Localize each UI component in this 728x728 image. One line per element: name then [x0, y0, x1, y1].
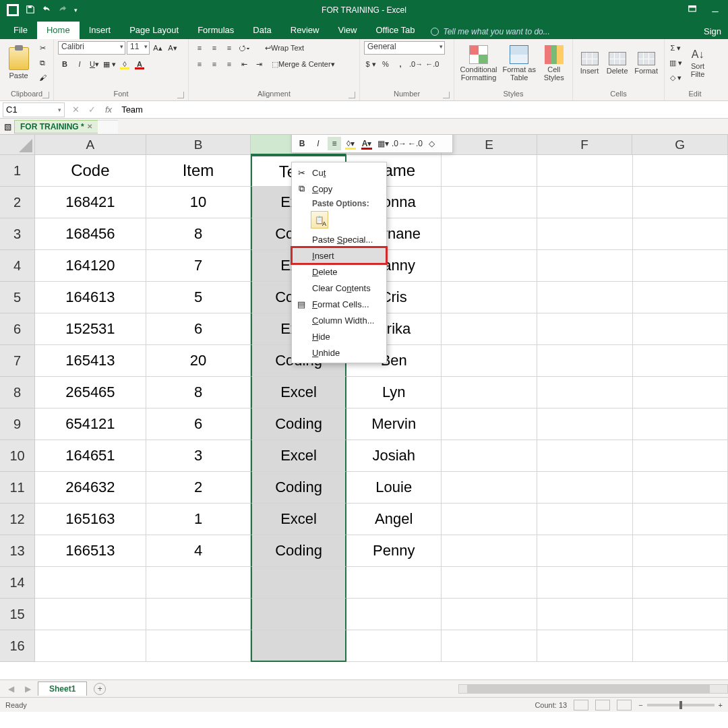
cell-B13[interactable]: 4 — [146, 535, 251, 567]
cell-C13[interactable]: Coding — [251, 535, 346, 567]
cell-G9[interactable] — [633, 408, 729, 440]
dialog-launcher-icon[interactable] — [42, 92, 49, 98]
border-button[interactable]: ▦ ▾ — [102, 57, 117, 71]
cell-E5[interactable] — [442, 282, 537, 313]
cell-E15[interactable] — [442, 599, 537, 630]
align-middle-icon[interactable]: ≡ — [208, 41, 221, 55]
cell-B10[interactable]: 3 — [146, 440, 251, 472]
ctx-hide[interactable]: Hide — [292, 328, 386, 344]
cell-A2[interactable]: 168421 — [35, 187, 146, 218]
row-header-1[interactable]: 1 — [0, 155, 35, 187]
bold-button[interactable]: B — [58, 57, 71, 71]
row-header-4[interactable]: 4 — [0, 250, 35, 282]
zoom-slider[interactable]: − + — [638, 701, 723, 709]
menu-tab-page-layout[interactable]: Page Layout — [120, 22, 188, 39]
align-center-icon[interactable]: ≡ — [208, 57, 221, 71]
cell-C10[interactable]: Excel — [251, 440, 346, 472]
cell-B1[interactable]: Item — [146, 155, 251, 187]
add-sheet-button[interactable]: + — [94, 683, 106, 695]
cell-G5[interactable] — [633, 282, 729, 313]
cell-G10[interactable] — [633, 440, 729, 472]
page-break-view-icon[interactable] — [617, 700, 632, 710]
autosum-icon[interactable]: Σ ▾ — [669, 41, 683, 55]
ctx-cut[interactable]: ✂Cut — [292, 164, 386, 181]
align-right-icon[interactable]: ≡ — [222, 57, 236, 71]
ribbon-options-icon[interactable] — [688, 5, 697, 16]
cell-G2[interactable] — [633, 187, 729, 218]
ctx-delete[interactable]: Delete — [292, 264, 386, 280]
cell-A7[interactable]: 165413 — [35, 345, 146, 377]
cell-G1[interactable] — [633, 155, 729, 187]
sheet-nav-prev-icon[interactable]: ◀ — [4, 684, 18, 694]
menu-tab-data[interactable]: Data — [243, 22, 280, 39]
cell-F11[interactable] — [537, 472, 633, 504]
cell-B6[interactable]: 6 — [146, 313, 251, 345]
cell-F9[interactable] — [537, 408, 633, 440]
cell-G7[interactable] — [633, 345, 729, 377]
decrease-decimal-icon[interactable]: ←.0 — [425, 57, 439, 71]
row-header-10[interactable]: 10 — [0, 440, 35, 472]
cell-F15[interactable] — [537, 599, 633, 630]
cell-D16[interactable] — [346, 630, 442, 662]
increase-font-icon[interactable]: A▴ — [151, 41, 164, 55]
column-header-G[interactable]: G — [632, 135, 728, 155]
font-name-select[interactable]: Calibri — [58, 41, 125, 55]
cell-F13[interactable] — [537, 535, 633, 567]
minimize-icon[interactable] — [710, 5, 720, 16]
mini-align-center-icon[interactable]: ≡ — [328, 137, 341, 150]
cell-F14[interactable] — [537, 567, 633, 599]
cell-B14[interactable] — [146, 567, 251, 599]
format-cells-button[interactable]: Format — [632, 41, 660, 86]
cell-D12[interactable]: Angel — [346, 504, 442, 535]
row-header-5[interactable]: 5 — [0, 282, 35, 313]
row-header-12[interactable]: 12 — [0, 504, 35, 535]
decrease-font-icon[interactable]: A▾ — [166, 41, 179, 55]
worksheet-grid[interactable]: ABCDEFG 12345678910111213141516 CodeItem… — [0, 135, 728, 679]
align-bottom-icon[interactable]: ≡ — [222, 41, 236, 55]
row-header-9[interactable]: 9 — [0, 408, 35, 440]
fx-icon[interactable]: fx — [100, 104, 117, 115]
cell-B16[interactable] — [146, 630, 251, 662]
save-icon[interactable] — [26, 5, 35, 16]
dialog-launcher-icon[interactable] — [443, 92, 450, 98]
paste-button[interactable]: Paste — [4, 41, 33, 86]
ctx-copy[interactable]: ⧉Copy — [292, 181, 386, 197]
cell-C9[interactable]: Coding — [251, 408, 346, 440]
cell-E12[interactable] — [442, 504, 537, 535]
enter-formula-icon[interactable]: ✓ — [84, 104, 100, 115]
italic-button[interactable]: I — [73, 57, 86, 71]
row-header-2[interactable]: 2 — [0, 187, 35, 218]
cell-A10[interactable]: 164651 — [35, 440, 146, 472]
mini-increase-decimal-icon[interactable]: .0→ — [392, 137, 406, 150]
ctx-format-cells[interactable]: ▤Format Cells... — [292, 296, 386, 312]
increase-decimal-icon[interactable]: .0→ — [408, 57, 423, 71]
cell-F2[interactable] — [537, 187, 633, 218]
cell-A6[interactable]: 152531 — [35, 313, 146, 345]
menu-tab-office-tab[interactable]: Office Tab — [366, 22, 424, 39]
cell-G8[interactable] — [633, 377, 729, 408]
cell-F5[interactable] — [537, 282, 633, 313]
cell-D10[interactable]: Josiah — [346, 440, 442, 472]
cell-G12[interactable] — [633, 504, 729, 535]
wrap-text-button[interactable]: ↩ Wrap Text — [260, 41, 309, 55]
cell-E2[interactable] — [442, 187, 537, 218]
cell-F7[interactable] — [537, 345, 633, 377]
cell-A16[interactable] — [35, 630, 146, 662]
copy-icon[interactable]: ⧉ — [36, 56, 49, 69]
cell-B9[interactable]: 6 — [146, 408, 251, 440]
menu-tab-formulas[interactable]: Formulas — [188, 22, 243, 39]
cell-A14[interactable] — [35, 567, 146, 599]
row-header-7[interactable]: 7 — [0, 345, 35, 377]
cell-D8[interactable]: Lyn — [346, 377, 442, 408]
cell-A12[interactable]: 165163 — [35, 504, 146, 535]
row-header-8[interactable]: 8 — [0, 377, 35, 408]
cell-F3[interactable] — [537, 218, 633, 250]
name-box[interactable]: C1▾ — [3, 102, 65, 117]
cell-B3[interactable]: 8 — [146, 218, 251, 250]
format-painter-icon[interactable]: 🖌 — [36, 71, 49, 84]
sheet-nav-next-icon[interactable]: ▶ — [21, 684, 35, 694]
mini-border-icon[interactable]: ▦▾ — [376, 137, 390, 150]
cell-E7[interactable] — [442, 345, 537, 377]
menu-tab-view[interactable]: View — [328, 22, 366, 39]
cell-C16[interactable] — [251, 630, 346, 662]
